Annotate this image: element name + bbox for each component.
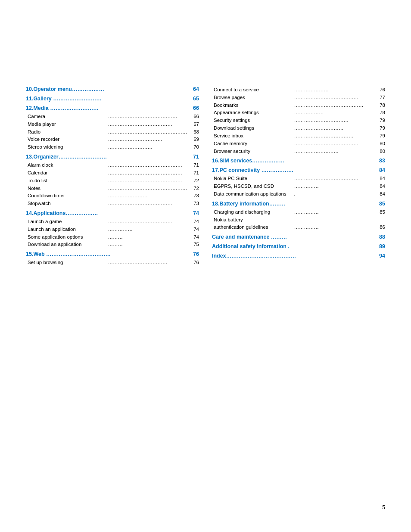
toc-item: Browser security………………………80 <box>212 148 385 156</box>
toc-heading-page-gallery: 65 <box>193 96 199 102</box>
toc-heading-line-care-maintenance: Care and maintenance ………88 <box>212 234 385 241</box>
toc-heading-line-pc-connectivity: 17.PC connectivity ………………84 <box>212 167 385 174</box>
item-label: Bookmarks <box>214 102 293 109</box>
item-dots: ………………………………………… <box>107 128 189 136</box>
toc-item: Download settings…………………………79 <box>212 124 385 132</box>
toc-heading-line-battery-information: 18.Battery information………85 <box>212 201 385 208</box>
toc-heading-pc-connectivity: 17.PC connectivity ……………… <box>212 167 294 173</box>
toc-section-battery-information: 18.Battery information………85Charging and … <box>212 201 385 231</box>
item-page: 85 <box>374 208 385 216</box>
item-page: 66 <box>188 113 199 121</box>
item-label: Radio <box>28 128 107 136</box>
toc-section-safety-information: Additional safety information .89 <box>212 243 385 250</box>
toc-heading-gallery: 11.Gallery ……………………… <box>26 96 102 102</box>
item-label: Connect to a service <box>214 86 293 94</box>
toc-heading-safety-information: Additional safety information . <box>212 243 290 249</box>
item-page: 74 <box>188 226 199 233</box>
toc-section-media: 12.Media ………………………66Camera……………………………………… <box>26 105 199 151</box>
toc-heading-sim-services: 16.SIM services……………… <box>212 158 284 164</box>
toc-heading-page-safety-information: 89 <box>379 243 385 249</box>
item-page: 74 <box>188 218 199 226</box>
item-dots: ………………………………………… <box>107 185 189 193</box>
toc-item: Connect to a service…………………76 <box>212 86 385 94</box>
toc-item: authentication guidelines……………86 <box>212 224 385 231</box>
toc-item: To-do list………………………………………72 <box>26 177 199 185</box>
item-label: Security settings <box>214 117 293 124</box>
item-page <box>374 216 385 224</box>
toc-section-applications: 14.Applications………………74Launch a game…………… <box>26 210 199 249</box>
item-dots: ……… <box>107 241 189 249</box>
toc-section-organizer: 13.Organizer………………………71Alarm clock………………… <box>26 154 199 208</box>
item-page: 67 <box>188 121 199 128</box>
page-number: 5 <box>382 504 385 510</box>
item-page: 78 <box>374 102 385 109</box>
item-label: Download settings <box>214 124 293 132</box>
toc-item: Stopwatch…………………………………73 <box>26 200 199 208</box>
item-label: Stopwatch <box>28 200 107 208</box>
toc-section-web-items: Connect to a service…………………76Browse page… <box>212 86 385 155</box>
item-label: Cache memory <box>214 140 293 148</box>
right-column: Connect to a service…………………76Browse page… <box>212 86 385 269</box>
item-dots: ……………………………………… <box>107 177 189 185</box>
item-label: Media player <box>28 121 107 128</box>
toc-item: Appearance settings………………78 <box>212 109 385 117</box>
toc-heading-battery-information: 18.Battery information……… <box>212 201 285 207</box>
item-label: To-do list <box>28 177 107 185</box>
item-page: 77 <box>374 94 385 102</box>
item-dots: ……………………… <box>293 148 375 156</box>
item-page: 72 <box>188 185 199 193</box>
item-label: Nokia battery <box>214 216 293 224</box>
item-label: Appearance settings <box>214 109 293 117</box>
item-label: Launch an application <box>28 226 107 233</box>
toc-item: EGPRS, HSCSD, and CSD……………84 <box>212 183 385 190</box>
toc-heading-care-maintenance: Care and maintenance ……… <box>212 234 287 240</box>
item-dots: ……………………………… <box>107 259 189 267</box>
item-label: authentication guidelines <box>214 224 293 231</box>
item-page: 71 <box>188 169 199 177</box>
toc-item: Nokia battery <box>212 216 385 224</box>
item-dots: ………………………………… <box>107 200 189 208</box>
toc-heading-line-organizer: 13.Organizer………………………71 <box>26 154 199 161</box>
item-label: Browser security <box>214 148 293 156</box>
toc-heading-applications: 14.Applications……………… <box>26 210 98 216</box>
toc-heading-line-gallery: 11.Gallery ………………………65 <box>26 96 199 103</box>
item-page: 70 <box>188 143 199 151</box>
item-dots: …………………………………… <box>293 102 375 109</box>
item-label: Browse pages <box>214 94 293 102</box>
toc-heading-operator-menu: 10.Operator menu……………… <box>26 86 104 92</box>
page-container: 10.Operator menu………………6411.Gallery ……………… <box>0 0 411 532</box>
item-dots: …………………………… <box>107 136 189 143</box>
toc-heading-line-safety-information: Additional safety information .89 <box>212 243 385 250</box>
toc-item: Alarm clock………………………………………71 <box>26 162 199 169</box>
item-dots: …………………………………… <box>107 113 189 121</box>
item-label: Charging and discharging <box>214 208 293 216</box>
toc-item: Some application options………74 <box>26 233 199 241</box>
toc-item: Cache memory…………………………………80 <box>212 140 385 148</box>
left-column: 10.Operator menu………………6411.Gallery ……………… <box>26 86 199 269</box>
item-dots: . <box>293 190 375 198</box>
item-dots: ……………… <box>293 109 375 117</box>
item-dots: ………………………………… <box>107 121 189 128</box>
item-page: 76 <box>188 259 199 267</box>
toc-item: Bookmarks……………………………………78 <box>212 102 385 109</box>
item-label: Notes <box>28 185 107 193</box>
item-label: Service inbox <box>214 132 293 140</box>
item-dots: ………………………………… <box>107 218 189 226</box>
item-page: 80 <box>374 148 385 156</box>
toc-item: Stereo widening………………………70 <box>26 143 199 151</box>
item-label: Countdown timer <box>28 192 107 200</box>
toc-heading-page-sim-services: 83 <box>379 158 385 164</box>
toc-item: Calendar………………………………………71 <box>26 169 199 177</box>
toc-item: Security settings……………………………79 <box>212 117 385 124</box>
toc-item: Browse pages…………………………………77 <box>212 94 385 102</box>
item-dots: …………… <box>293 183 375 190</box>
item-page: 86 <box>374 224 385 231</box>
toc-item: Launch a game…………………………………74 <box>26 218 199 226</box>
item-page: 74 <box>188 233 199 241</box>
item-dots: …………… <box>293 208 375 216</box>
toc-heading-page-battery-information: 85 <box>379 201 385 207</box>
item-dots: ……… <box>107 233 189 241</box>
toc-section-pc-connectivity: 17.PC connectivity ………………84Nokia PC Suit… <box>212 167 385 198</box>
item-label: Nokia PC Suite <box>214 175 293 183</box>
toc-item: Charging and discharging……………85 <box>212 208 385 216</box>
